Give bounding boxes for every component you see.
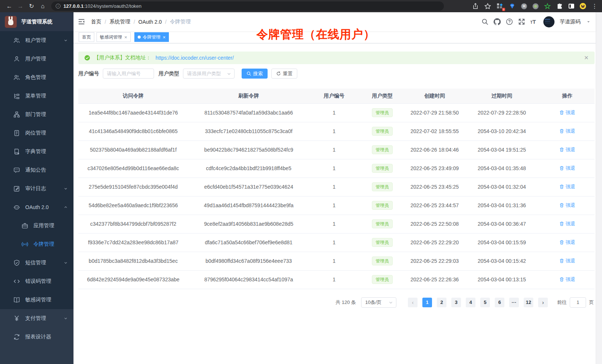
hamburger-icon[interactable] [78,18,85,25]
help-icon[interactable] [506,18,513,25]
force-logout-button[interactable]: 强退 [559,109,575,116]
emoji-extension-icon[interactable] [580,3,586,9]
username[interactable]: 芋道源码 [560,19,580,25]
extension-puzzle-icon[interactable] [556,3,563,10]
page-size-select[interactable]: 10条/页 [361,297,396,308]
user-type-select[interactable]: 请选择用户类型 [183,69,235,79]
sidebar-item-支付管理[interactable]: 支付管理 [0,309,73,328]
goto-page-input[interactable] [570,297,586,308]
user-type-cell: 管理员 [359,159,406,178]
select-caret-icon [389,300,393,305]
sidebar-item-OAuth 2.0[interactable]: OAuth 2.0 [0,198,73,216]
page-button-3[interactable]: 3 [451,298,461,307]
sidebar-item-用户管理[interactable]: 用户管理 [0,50,73,68]
sidebar-item-菜单管理[interactable]: 菜单管理 [0,87,73,105]
fullscreen-icon[interactable] [518,18,525,25]
sidebar-item-短信管理[interactable]: 短信管理 [0,254,73,272]
badge-icon [13,130,20,136]
extension-modheader-icon[interactable]: 9 [497,3,503,10]
sidebar-item-label: 菜单管理 [25,93,46,99]
breadcrumb-item[interactable]: 系统管理 [109,19,130,25]
page-button-4[interactable]: 4 [466,298,475,307]
force-logout-button[interactable]: 强退 [559,146,575,153]
search-button[interactable]: 搜索 [242,69,268,79]
font-size-icon[interactable]: TT [530,19,536,24]
force-logout-button[interactable]: 强退 [559,128,575,135]
sidebar-item-错误码管理[interactable]: 错误码管理 [0,272,73,291]
side-panel-icon[interactable] [569,4,574,9]
extension-star-icon[interactable] [544,3,551,10]
extension-command-icon[interactable]: ⌘ [521,3,527,9]
page-button-12[interactable]: 12 [524,298,533,307]
page-button-1[interactable]: 1 [422,298,432,307]
force-logout-button[interactable]: 强退 [559,183,575,190]
tab-令牌管理[interactable]: 令牌管理× [134,32,169,42]
trash-icon [559,277,564,282]
tab-close-icon[interactable]: × [163,35,166,40]
sidebar-item-角色管理[interactable]: 角色管理 [0,68,73,87]
bookmark-star-icon[interactable] [484,3,491,10]
expire-time-cell: 2054-03-10 20:42:34 [464,122,540,140]
reset-button[interactable]: 重置 [271,69,297,79]
app-logo[interactable]: 芋道管理系统 [0,12,73,31]
action-cell: 强退 [540,103,595,122]
share-icon[interactable] [472,3,479,10]
sidebar-item-label: 错误码管理 [25,278,51,285]
user-id-cell: 1 [309,196,359,215]
search-icon[interactable] [481,18,488,25]
user-type-cell: 管理员 [359,196,406,215]
chrome-menu-icon[interactable]: ⋮ [592,3,597,10]
sidebar-item-报表设计器[interactable]: 报表设计器 [0,328,73,346]
action-cell: 强退 [540,215,595,233]
sidebar-item-岗位管理[interactable]: 岗位管理 [0,124,73,142]
force-logout-button[interactable]: 强退 [559,276,575,283]
refresh-token-cell: 49d1aa46d1454fbd87591444423be9fa [188,196,309,215]
back-icon[interactable]: ← [4,3,15,10]
briefcase-icon [22,222,28,229]
tab-敏感词管理[interactable]: 敏感词管理× [96,32,131,42]
sidebar-item-租户管理[interactable]: 租户管理 [0,31,73,50]
force-logout-button[interactable]: 强退 [559,239,575,246]
home-icon[interactable]: ⌂ [37,3,48,10]
scrollbar-gutter[interactable] [596,12,602,364]
prev-page-button[interactable]: ‹ [408,298,418,307]
avatar[interactable] [543,16,554,27]
page-more-button[interactable]: ··· [509,298,519,307]
extension-circle-icon[interactable] [533,3,539,9]
report-icon [13,334,20,340]
github-icon[interactable] [494,18,501,25]
force-logout-button[interactable]: 强退 [559,258,575,264]
page-button-5[interactable]: 5 [480,298,490,307]
page-button-6[interactable]: 6 [495,298,504,307]
sidebar-item-敏感词管理[interactable]: 敏感词管理 [0,291,73,309]
sidebar-item-通知公告[interactable]: 通知公告 [0,161,73,179]
next-page-button[interactable]: › [538,298,548,307]
tab-首页[interactable]: 首页 [79,32,94,42]
force-logout-button[interactable]: 强退 [559,221,575,227]
user-type-tag: 管理员 [372,238,393,247]
caret-down-icon[interactable] [586,20,590,24]
sidebar-item-部门管理[interactable]: 部门管理 [0,105,73,124]
extension-gem-icon[interactable] [509,3,516,10]
action-cell: 强退 [540,122,595,140]
url-bar[interactable]: i 127.0.0.1:1024/system/oauth2/token [51,1,444,11]
alert-close-icon[interactable]: ✕ [584,54,589,61]
annotation-text: 令牌管理（在线用户） [256,27,375,42]
forward-icon[interactable]: → [15,3,26,10]
reload-icon[interactable]: ↻ [26,3,37,10]
page-button-2[interactable]: 2 [437,298,446,307]
force-logout-button[interactable]: 强退 [559,202,575,209]
sidebar-item-字典管理[interactable]: 字典管理 [0,142,73,161]
user-id-input[interactable] [103,69,154,79]
breadcrumb-item[interactable]: OAuth 2.0 [138,19,162,25]
force-logout-button[interactable]: 强退 [559,165,575,172]
breadcrumb-item[interactable]: 首页 [91,19,101,25]
sidebar-item-label: 审计日志 [25,185,46,192]
page-info-icon[interactable]: i [56,4,60,9]
sidebar-item-审计日志[interactable]: 审计日志 [0,179,73,198]
sidebar-item-令牌管理[interactable]: 令牌管理 [0,235,73,254]
refresh-token-cell: be90422b8c7946218275a508bf524fc9 [188,140,309,159]
tab-close-icon[interactable]: × [124,35,127,40]
sidebar-item-应用管理[interactable]: 应用管理 [0,216,73,235]
alert-doc-link[interactable]: https://doc.iocoder.cn/user-center/ [156,55,234,61]
